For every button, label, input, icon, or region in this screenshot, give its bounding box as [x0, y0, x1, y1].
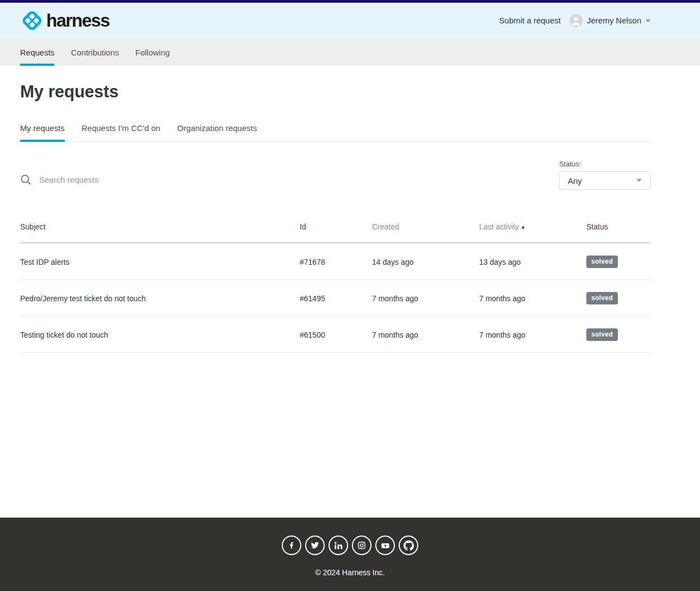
request-subtabs: My requests Requests I'm CC'd on Organiz… — [20, 123, 651, 142]
user-avatar-icon — [569, 14, 583, 27]
request-created: 14 days ago — [372, 243, 479, 280]
youtube-icon[interactable] — [375, 536, 395, 555]
table-row[interactable]: Pedro/Jeremy test ticket do not touch #6… — [20, 280, 651, 316]
main-nav: Requests Contributions Following — [0, 38, 700, 66]
status-selected-value: Any — [568, 176, 582, 185]
request-id: #61500 — [300, 316, 372, 353]
site-footer: © 2024 Harness Inc. — [0, 518, 700, 591]
request-last-activity: 7 months ago — [479, 280, 586, 316]
column-header-subject: Subject — [20, 211, 300, 243]
request-last-activity: 13 days ago — [479, 243, 586, 280]
social-links — [0, 536, 700, 555]
linkedin-icon[interactable] — [329, 536, 348, 555]
requests-table: Subject Id Created Last activity▼ Status… — [20, 211, 651, 353]
facebook-icon[interactable] — [282, 536, 301, 555]
column-header-created[interactable]: Created — [372, 211, 479, 243]
subtab-ccd-requests[interactable]: Requests I'm CC'd on — [82, 123, 160, 141]
table-header-row: Subject Id Created Last activity▼ Status — [20, 211, 651, 243]
status-badge: solved — [586, 292, 618, 304]
column-header-last-activity[interactable]: Last activity▼ — [479, 211, 586, 243]
site-header: harness Submit a request Jeremy Nelson — [0, 3, 700, 38]
harness-logo-icon — [20, 9, 44, 33]
twitter-icon[interactable] — [305, 536, 325, 555]
request-subject[interactable]: Test IDP alerts — [20, 243, 300, 280]
status-label: Status: — [559, 160, 651, 168]
table-row[interactable]: Test IDP alerts #71678 14 days ago 13 da… — [20, 243, 651, 280]
column-header-status: Status — [586, 211, 651, 243]
filters-row: Status: Any — [20, 160, 651, 190]
search-input[interactable] — [38, 175, 267, 185]
dropdown-arrow-icon — [636, 179, 642, 182]
harness-logo[interactable]: harness — [20, 9, 109, 33]
request-subject[interactable]: Pedro/Jeremy test ticket do not touch — [20, 280, 300, 316]
search-box — [20, 174, 267, 190]
request-created: 7 months ago — [372, 316, 479, 353]
user-menu[interactable]: Jeremy Nelson — [569, 14, 651, 27]
request-id: #61495 — [300, 280, 372, 316]
copyright-text: © 2024 Harness Inc. — [0, 568, 700, 577]
github-icon[interactable] — [399, 536, 418, 555]
submit-request-link[interactable]: Submit a request — [499, 16, 561, 25]
status-badge: solved — [586, 256, 618, 268]
subtab-my-requests[interactable]: My requests — [20, 123, 65, 141]
nav-tab-following[interactable]: Following — [135, 38, 170, 66]
last-activity-label: Last activity — [479, 222, 519, 231]
logo-wordmark: harness — [46, 11, 109, 29]
column-header-id: Id — [300, 211, 372, 243]
user-name: Jeremy Nelson — [587, 16, 641, 25]
chevron-down-icon — [646, 18, 651, 23]
search-icon — [20, 174, 32, 185]
request-created: 7 months ago — [372, 280, 479, 316]
subtab-organization-requests[interactable]: Organization requests — [177, 123, 257, 141]
nav-tab-requests[interactable]: Requests — [20, 38, 54, 66]
status-badge: solved — [586, 328, 618, 341]
sort-desc-icon: ▼ — [521, 225, 525, 231]
request-subject[interactable]: Testing ticket do not touch — [20, 316, 300, 353]
request-id: #71678 — [300, 243, 372, 280]
page-title: My requests — [20, 82, 651, 102]
main-content: My requests My requests Requests I'm CC'… — [20, 82, 651, 353]
table-row[interactable]: Testing ticket do not touch #61500 7 mon… — [20, 316, 651, 353]
status-filter: Status: Any — [559, 160, 651, 190]
instagram-icon[interactable] — [352, 536, 371, 555]
request-last-activity: 7 months ago — [479, 316, 586, 353]
nav-tab-contributions[interactable]: Contributions — [71, 38, 119, 66]
status-dropdown[interactable]: Any — [559, 171, 651, 190]
avatar — [569, 14, 583, 27]
